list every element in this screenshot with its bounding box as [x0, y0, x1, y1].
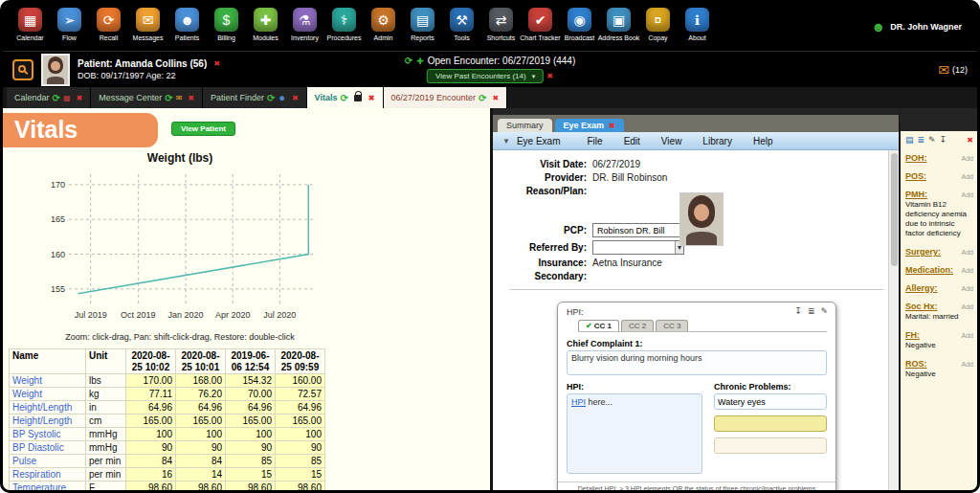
- edit-icon[interactable]: ✎: [820, 306, 828, 316]
- menu-item-file[interactable]: File: [588, 136, 603, 146]
- menu-item-edit[interactable]: Edit: [624, 136, 640, 146]
- patient-search-button[interactable]: [12, 59, 33, 80]
- vital-name-link[interactable]: Temperature: [10, 482, 86, 491]
- close-tab-icon[interactable]: ✖: [493, 94, 500, 102]
- toolbar-item-procedures[interactable]: ⚕Procedures: [324, 8, 364, 41]
- toolbar-item-modules[interactable]: ✚Modules: [246, 8, 285, 41]
- sidebar-section-label[interactable]: ROS:: [905, 359, 927, 369]
- vital-name-link[interactable]: Weight: [10, 374, 86, 388]
- close-tab-icon[interactable]: ✖: [292, 94, 299, 102]
- cc-tab-1[interactable]: ✔CC 1: [578, 320, 619, 331]
- refresh-icon[interactable]: ⟳: [267, 93, 275, 103]
- toolbar-item-flow[interactable]: ➢Flow: [50, 8, 89, 41]
- mail-indicator[interactable]: ✉ (12): [938, 62, 968, 78]
- insurance-label: Insurance:: [510, 258, 587, 268]
- delete-icon[interactable]: ≣: [808, 306, 815, 316]
- close-patient-icon[interactable]: ✖: [213, 59, 220, 68]
- sidebar-section-label[interactable]: Soc Hx:: [905, 302, 938, 311]
- toolbar-item-patients[interactable]: ☻Patients: [167, 8, 207, 41]
- edit-icon[interactable]: ✎: [928, 135, 936, 145]
- tab-calendar[interactable]: Calendar⟳▦✖: [7, 87, 91, 108]
- close-tab-icon[interactable]: ✖: [188, 94, 194, 102]
- toolbar-item-tools[interactable]: ⚒Tools: [442, 8, 481, 41]
- toolbar-item-calendar[interactable]: ▦Calendar: [11, 8, 50, 41]
- add-link[interactable]: Add: [962, 155, 973, 162]
- vital-name-link[interactable]: Height/Length: [10, 415, 86, 428]
- cc-tab-2[interactable]: CC 2: [621, 320, 654, 331]
- vital-name-link[interactable]: Pulse: [10, 455, 86, 468]
- add-link[interactable]: Add: [962, 303, 973, 310]
- chronic-problem-input-1[interactable]: [714, 393, 827, 410]
- cc-tab-3[interactable]: CC 3: [656, 320, 688, 331]
- list-icon[interactable]: ≣: [918, 135, 925, 145]
- vital-name-link[interactable]: BP Systolic: [10, 428, 86, 441]
- filter-icon[interactable]: ▼: [502, 137, 510, 146]
- weight-chart-svg[interactable]: 155160165170Jul 2019Oct 2019Jan 2020Apr …: [36, 167, 323, 327]
- vital-name-link[interactable]: Weight: [10, 388, 86, 401]
- vital-name-link[interactable]: Height/Length: [10, 401, 86, 415]
- toolbar-item-copay[interactable]: ¤Copay: [638, 8, 678, 41]
- hpi-input[interactable]: HPI here...: [567, 393, 702, 474]
- chronic-problem-input-3[interactable]: [714, 437, 827, 454]
- add-link[interactable]: Add: [962, 285, 973, 292]
- menu-item-library[interactable]: Library: [702, 136, 732, 146]
- add-link[interactable]: Add: [962, 173, 973, 180]
- toolbar-item-recall[interactable]: ⟳Recall: [89, 8, 128, 41]
- scrollbar-thumb[interactable]: [891, 153, 898, 266]
- user-menu[interactable]: ☻ DR. John Wagner: [872, 19, 962, 34]
- sidebar-section-label[interactable]: Surgery:: [905, 247, 941, 257]
- tab-06-27-2019-encounter[interactable]: 06/27/2019 Encounter⟳✖: [384, 87, 508, 108]
- add-link[interactable]: Add: [962, 361, 973, 368]
- toolbar-item-about[interactable]: ℹAbout: [678, 8, 717, 41]
- close-encounter-list-icon[interactable]: ✖: [546, 72, 553, 80]
- toolbar-item-admin[interactable]: ⚙Admin: [364, 8, 403, 41]
- vital-name-link[interactable]: BP Diastolic: [10, 441, 86, 455]
- export-icon[interactable]: ↧: [794, 306, 802, 316]
- tab-patient-finder[interactable]: Patient Finder⟳☻✖: [203, 87, 307, 108]
- refresh-icon[interactable]: ⟳: [53, 93, 60, 103]
- sidebar-section-label[interactable]: PMH:: [905, 190, 927, 199]
- add-link[interactable]: Add: [962, 332, 973, 339]
- menu-item-view[interactable]: View: [661, 136, 682, 146]
- add-link[interactable]: Add: [962, 267, 973, 274]
- hpi-template-link[interactable]: HPI: [571, 397, 586, 407]
- sidebar-section-label[interactable]: Allergy:: [905, 283, 938, 293]
- toolbar-item-messages[interactable]: ✉Messages: [128, 8, 167, 41]
- sidebar-section-label[interactable]: Medication:: [905, 265, 953, 275]
- close-icon[interactable]: ✖: [967, 136, 973, 145]
- add-link[interactable]: Add: [962, 249, 973, 256]
- tab-eye-exam[interactable]: Eye Exam ✖: [555, 119, 624, 132]
- toolbar-item-billing[interactable]: $Billing: [207, 8, 246, 41]
- close-tab-icon[interactable]: ✖: [76, 94, 82, 102]
- view-patient-button[interactable]: View Patient: [171, 122, 235, 136]
- toolbar-item-reports[interactable]: ▤Reports: [403, 8, 442, 41]
- sidebar-section-label[interactable]: POH:: [905, 153, 927, 163]
- view-past-encounters-button[interactable]: View Past Encounters (14) ▾: [427, 69, 544, 83]
- add-link[interactable]: Add: [962, 191, 973, 198]
- tab-message-center[interactable]: Message Center⟳✉✖: [91, 87, 203, 108]
- toolbar-item-broadcast[interactable]: ◉Broadcast: [560, 8, 599, 41]
- chronic-problem-input-2[interactable]: [714, 415, 827, 432]
- refresh-icon[interactable]: ⟳: [479, 93, 486, 103]
- tab-summary[interactable]: Summary: [498, 119, 552, 132]
- tab-vitals[interactable]: Vitals⟳✖: [307, 87, 384, 108]
- vital-unit: per min: [86, 468, 126, 482]
- sidebar-section-label[interactable]: POS:: [905, 171, 926, 181]
- refresh-icon[interactable]: ⟳: [340, 93, 347, 103]
- exam-scrollbar[interactable]: [888, 150, 899, 490]
- document-icon[interactable]: ▤: [905, 135, 914, 145]
- referred-by-select[interactable]: ▾: [592, 240, 684, 255]
- toolbar-item-inventory[interactable]: ⚗Inventory: [285, 8, 324, 41]
- toolbar-item-address-book[interactable]: ▣Address Book: [599, 8, 638, 41]
- close-tab-icon[interactable]: ✖: [368, 94, 375, 102]
- refresh-icon[interactable]: ⟳: [405, 56, 412, 66]
- toolbar-item-shortcuts[interactable]: ⇄Shortcuts: [481, 8, 521, 41]
- vital-name-link[interactable]: Respiration: [10, 468, 86, 482]
- download-icon[interactable]: ↧: [940, 135, 947, 145]
- toolbar-item-chart-tracker[interactable]: ✔Chart Tracker: [521, 8, 560, 41]
- sidebar-section-label[interactable]: FH:: [905, 330, 920, 340]
- menu-item-help[interactable]: Help: [753, 136, 773, 146]
- chief-complaint-input[interactable]: Blurry vision during morning hours: [567, 350, 827, 375]
- refresh-icon[interactable]: ⟳: [165, 93, 172, 103]
- close-tab-icon[interactable]: ✖: [609, 122, 615, 130]
